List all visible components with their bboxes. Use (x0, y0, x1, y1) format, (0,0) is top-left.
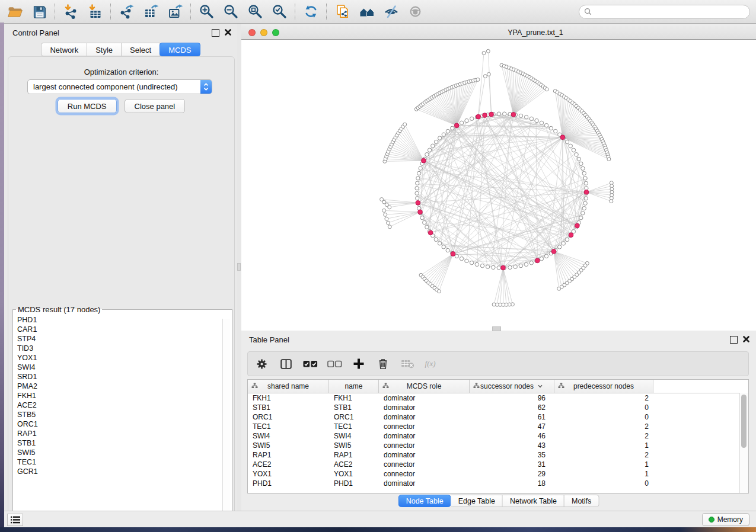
cell-predecessor-nodes: 0 (554, 479, 653, 488)
mcds-result-item[interactable]: STB5 (17, 410, 232, 419)
horizontal-splitter-grip[interactable] (492, 326, 501, 331)
memory-button[interactable]: Memory (702, 513, 749, 526)
import-table-button[interactable] (83, 2, 107, 22)
tab-edge-table[interactable]: Edge Table (451, 495, 503, 507)
mcds-result-item[interactable]: ORC1 (17, 419, 232, 429)
tab-select[interactable]: Select (122, 43, 160, 56)
minimize-window-traffic-light[interactable] (260, 29, 267, 36)
table-row[interactable]: STB1STB1dominator620 (248, 403, 748, 412)
table-header-row: shared namenameMCDS rolesuccessor nodesp… (248, 380, 748, 393)
mcds-list-scrollbar[interactable] (222, 319, 230, 523)
optimization-criterion-label: Optimization criterion: (8, 68, 234, 76)
close-panel-icon[interactable] (224, 28, 232, 36)
column-header-shared-name[interactable]: shared name (248, 380, 329, 393)
delete-columns-button[interactable] (375, 355, 391, 372)
network-canvas[interactable] (241, 40, 756, 331)
mcds-result-item[interactable]: STP4 (17, 334, 232, 344)
close-window-traffic-light[interactable] (248, 29, 256, 36)
search-field[interactable] (579, 5, 750, 19)
show-all-button[interactable] (403, 2, 428, 22)
mcds-result-item[interactable]: FKH1 (17, 391, 232, 400)
status-menu-button[interactable] (7, 514, 23, 526)
tab-network[interactable]: Network (41, 43, 87, 56)
zoom-fit-button[interactable] (243, 2, 267, 22)
table-row[interactable]: SWI4SWI4dominator462 (248, 431, 748, 441)
table-row[interactable]: YOX1YOX1connector291 (248, 469, 748, 479)
table-row[interactable]: FKH1FKH1dominator962 (248, 393, 748, 403)
column-header-name[interactable]: name (329, 380, 379, 393)
show-columns-button[interactable] (278, 355, 294, 372)
mcds-result-item[interactable]: CAR1 (17, 325, 232, 334)
cell-predecessor-nodes: 1 (554, 469, 653, 479)
mcds-result-item[interactable]: YOX1 (17, 353, 232, 363)
mcds-result-item[interactable]: PHD1 (17, 315, 232, 325)
scrollbar-thumb[interactable] (741, 395, 747, 448)
mcds-result-item[interactable]: SRD1 (17, 372, 232, 382)
select-all-rows-button[interactable] (302, 355, 318, 372)
mcds-result-item[interactable]: PMA2 (17, 382, 232, 391)
close-panel-button[interactable]: Close panel (125, 99, 186, 113)
table-body: FKH1FKH1dominator962STB1STB1dominator620… (248, 393, 748, 493)
hide-selected-icon (384, 4, 399, 20)
network-canvas-container (241, 39, 756, 331)
save-session-button[interactable] (27, 2, 52, 22)
mcds-result-item[interactable]: SWI4 (17, 363, 232, 372)
deselect-all-rows-button[interactable] (327, 355, 342, 372)
close-table-panel-icon[interactable] (742, 335, 750, 343)
mcds-result-item[interactable]: SWI5 (17, 448, 232, 457)
cell-shared-name: RAP1 (248, 450, 329, 460)
mcds-result-item[interactable]: RAP1 (17, 429, 232, 438)
vertical-splitter[interactable] (237, 24, 241, 511)
zoom-in-icon (199, 4, 215, 20)
mcds-result-item[interactable]: TEC1 (17, 457, 232, 467)
export-network-button[interactable] (114, 2, 139, 22)
table-row[interactable]: ORC1ORC1dominator610 (248, 412, 748, 422)
tab-node-table[interactable]: Node Table (398, 495, 451, 507)
run-mcds-button[interactable]: Run MCDS (58, 99, 117, 113)
refresh-network-button[interactable] (299, 2, 323, 22)
hide-selected-button[interactable] (379, 2, 403, 22)
zoom-out-button[interactable] (219, 2, 243, 22)
column-header-MCDS-role[interactable]: MCDS role (379, 380, 470, 393)
tab-motifs[interactable]: Motifs (564, 495, 599, 507)
column-header-successor-nodes[interactable]: successor nodes (470, 380, 554, 393)
table-row[interactable]: PHD1PHD1dominator180 (248, 479, 748, 488)
tab-style[interactable]: Style (87, 43, 122, 56)
import-network-button[interactable] (59, 2, 83, 22)
table-row[interactable]: RAP1RAP1dominator352 (248, 450, 748, 460)
open-session-button[interactable] (3, 2, 27, 22)
table-scrollbar[interactable] (739, 393, 748, 493)
table-row[interactable]: TEC1TEC1connector472 (248, 422, 748, 431)
cell-MCDS-role: connector (379, 441, 470, 450)
column-header-predecessor-nodes[interactable]: predecessor nodes (554, 380, 653, 393)
new-network-from-selection-button[interactable] (330, 2, 355, 22)
mcds-result-item[interactable]: STB1 (17, 438, 232, 448)
export-image-button[interactable] (163, 2, 187, 22)
cell-successor-nodes: 46 (470, 431, 554, 441)
mcds-result-item[interactable]: TID3 (17, 344, 232, 353)
zoom-in-button[interactable] (194, 2, 219, 22)
memory-status-icon (709, 517, 714, 523)
mcds-result-item[interactable]: ACE2 (17, 400, 232, 410)
toolbar-separator (55, 4, 56, 20)
export-table-button[interactable] (139, 2, 163, 22)
table-row[interactable]: SWI5SWI5connector431 (248, 441, 748, 450)
cell-predecessor-nodes: 2 (554, 431, 653, 441)
optimization-criterion-select[interactable]: largest connected component (undirected) (27, 79, 212, 94)
first-neighbors-button[interactable] (355, 2, 379, 22)
trash-icon (378, 358, 388, 370)
float-table-panel-icon[interactable] (730, 336, 738, 344)
fx-icon: f(x) (424, 358, 439, 370)
search-input[interactable] (595, 7, 745, 17)
table-row[interactable]: ACE2ACE2connector311 (248, 460, 748, 469)
float-panel-icon[interactable] (212, 29, 219, 37)
mcds-result-item[interactable]: GCR1 (17, 467, 232, 476)
table-settings-button[interactable] (254, 355, 269, 372)
splitter-grip[interactable] (237, 263, 241, 271)
status-bar: Memory (4, 511, 756, 527)
tab-mcds[interactable]: MCDS (160, 43, 200, 56)
tab-network-table[interactable]: Network Table (503, 495, 564, 507)
create-column-button[interactable] (351, 355, 366, 372)
zoom-selected-button[interactable] (267, 2, 292, 22)
network-frame-titlebar[interactable]: YPA_prune.txt_1 (241, 26, 756, 40)
